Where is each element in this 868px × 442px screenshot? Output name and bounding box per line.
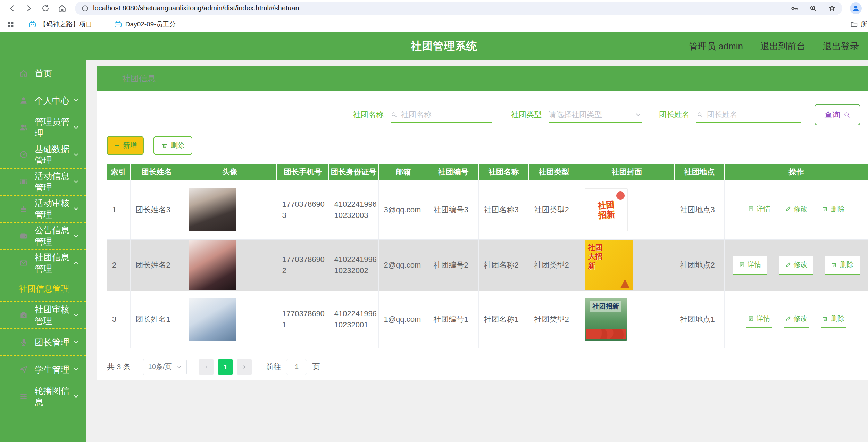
- cell-index: 1: [107, 180, 130, 239]
- next-page-button[interactable]: [237, 359, 252, 375]
- sidebar-item-label: 社团信息管理: [35, 252, 73, 275]
- browser-reload-button[interactable]: [38, 1, 53, 16]
- sidebar-item-label: 首页: [35, 68, 52, 79]
- sidebar-item-base-data[interactable]: 基础数据管理: [0, 141, 86, 168]
- add-button[interactable]: 新增: [107, 136, 144, 155]
- sidebar-item-label: 活动信息管理: [35, 170, 73, 193]
- edit-button[interactable]: 修改: [784, 311, 809, 328]
- col-header-idcard: 团长身份证号: [329, 164, 378, 180]
- sidebar-item-club-info[interactable]: 社团信息管理: [0, 250, 86, 276]
- trash-icon: [831, 262, 837, 268]
- chevron-down-icon: [73, 339, 80, 346]
- cell-leader: 团长姓名2: [130, 239, 183, 291]
- main-content: 社团信息 社团名称 社团名称 社团类型 请选择社团类型 团长姓名 团长姓名: [86, 60, 868, 442]
- sidebar-item-leader-management[interactable]: 团长管理: [0, 329, 86, 355]
- club-cover-image: 社团大招新: [585, 240, 633, 290]
- sidebar-nav: 首页 个人中心 管理员管理 基础数据管理 活动信息管理 活动审核管理: [0, 60, 86, 442]
- cover-text: 社团招新: [590, 301, 621, 312]
- sidebar-item-admin-management[interactable]: 管理员管理: [0, 114, 86, 141]
- detail-button[interactable]: 详情: [746, 311, 772, 328]
- club-cover-image: 社团招新: [585, 188, 628, 231]
- trash-icon: [161, 142, 168, 149]
- search-icon: [391, 111, 398, 118]
- club-name-filter-label: 社团名称: [353, 109, 384, 120]
- leader-avatar-image: [189, 240, 236, 290]
- bookmark-item-2[interactable]: Day02-09-员工分...: [114, 20, 182, 29]
- cell-location: 社团地点2: [675, 239, 724, 291]
- current-page-button[interactable]: 1: [218, 359, 233, 375]
- site-info-icon[interactable]: [81, 5, 89, 12]
- chevron-down-icon: [635, 111, 642, 118]
- edit-button[interactable]: 修改: [779, 256, 813, 275]
- password-key-icon[interactable]: [790, 4, 799, 13]
- club-type-filter-label: 社团类型: [511, 109, 542, 120]
- sidebar-item-activity-info[interactable]: 活动信息管理: [0, 169, 86, 195]
- search-icon: [843, 111, 851, 118]
- sidebar-item-label: 轮播图信息: [35, 385, 73, 408]
- url-text[interactable]: localhost:8080/shetuanguanlixitong/admin…: [93, 4, 780, 12]
- cell-avatar: [183, 239, 277, 291]
- table-row: 3 团长姓名1 17703786901 410224199610232001 1…: [107, 291, 868, 348]
- bookmark-star-icon[interactable]: [828, 4, 836, 13]
- page-size-select[interactable]: 10条/页: [143, 359, 187, 375]
- batch-delete-button[interactable]: 删除: [153, 136, 192, 155]
- zoom-icon[interactable]: [809, 4, 817, 13]
- chevron-down-icon: [73, 232, 80, 239]
- cell-location: 社团地点1: [675, 291, 724, 348]
- prev-page-button[interactable]: [199, 359, 214, 375]
- trash-icon: [822, 316, 828, 322]
- leader-name-input[interactable]: 团长姓名: [696, 107, 801, 123]
- sidebar-subitem-club-info-management[interactable]: 社团信息管理: [0, 276, 86, 301]
- cell-club-type: 社团类型2: [529, 239, 579, 291]
- address-bar[interactable]: localhost:8080/shetuanguanlixitong/admin…: [75, 2, 842, 15]
- admin-user-link[interactable]: 管理员 admin: [689, 40, 743, 52]
- club-type-select[interactable]: 请选择社团类型: [549, 107, 642, 123]
- col-header-club-no: 社团编号: [428, 164, 478, 180]
- page-title: 社团管理系统: [411, 39, 477, 54]
- apps-grid-icon[interactable]: [7, 21, 15, 28]
- detail-button[interactable]: 详情: [733, 256, 767, 275]
- sidebar-item-carousel-info[interactable]: 轮播图信息: [0, 383, 86, 410]
- bookmark-item-1[interactable]: 【码神之路】项目...: [28, 20, 98, 29]
- breadcrumb-label: 社团信息: [122, 73, 156, 84]
- chevron-up-icon: [73, 260, 80, 267]
- leader-name-filter-label: 团长姓名: [659, 109, 690, 120]
- delete-button[interactable]: 删除: [825, 256, 860, 275]
- folder-label: 所: [861, 20, 867, 29]
- club-cover-image: 社团招新: [585, 298, 627, 341]
- detail-button[interactable]: 详情: [746, 202, 772, 218]
- sidebar-item-home[interactable]: 首页: [0, 60, 86, 87]
- browser-back-button[interactable]: [5, 1, 19, 16]
- sidebar-item-label: 活动审核管理: [35, 197, 73, 220]
- search-button[interactable]: 查询: [815, 104, 860, 125]
- sidebar-item-club-review[interactable]: 社团审核管理: [0, 302, 86, 328]
- cell-phone: 17703786902: [277, 239, 329, 291]
- mail-icon: [19, 259, 28, 268]
- sidebar-item-announcement[interactable]: 公告信息管理: [0, 223, 86, 249]
- cell-phone: 17703786903: [277, 180, 329, 239]
- cell-club-type: 社团类型2: [529, 291, 579, 348]
- sidebar-item-label: 个人中心: [35, 95, 69, 106]
- cell-idcard: 410224199610232002: [329, 239, 378, 291]
- all-bookmarks-folder[interactable]: 所: [844, 16, 867, 32]
- browser-profile-avatar[interactable]: [850, 2, 862, 14]
- sidebar-item-student-management[interactable]: 学生管理: [0, 356, 86, 383]
- col-header-location: 社团地点: [675, 164, 724, 180]
- delete-button-label: 删除: [170, 141, 184, 150]
- browser-forward-button[interactable]: [22, 1, 36, 16]
- goto-page-input[interactable]: [286, 359, 307, 375]
- club-name-input[interactable]: 社团名称: [391, 107, 492, 123]
- bookmarks-bar: 【码神之路】项目... Day02-09-员工分... 所: [0, 16, 868, 32]
- users-icon: [19, 123, 28, 132]
- chevron-left-icon: [203, 364, 209, 370]
- col-header-leader: 团长姓名: [130, 164, 183, 180]
- sidebar-item-personal-center[interactable]: 个人中心: [0, 87, 86, 114]
- logout-link[interactable]: 退出登录: [823, 40, 859, 52]
- delete-button[interactable]: 删除: [821, 311, 846, 328]
- delete-button[interactable]: 删除: [821, 202, 846, 218]
- sidebar-item-activity-review[interactable]: 活动审核管理: [0, 196, 86, 222]
- browser-home-button[interactable]: [55, 1, 69, 16]
- edit-button[interactable]: 修改: [784, 202, 809, 218]
- cell-club-no: 社团编号2: [428, 239, 478, 291]
- exit-to-front-link[interactable]: 退出到前台: [760, 40, 806, 52]
